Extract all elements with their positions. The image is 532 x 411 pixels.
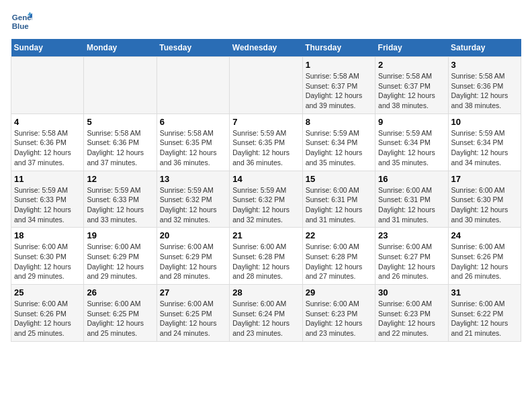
day-number: 29 — [306, 287, 372, 298]
day-info: Sunrise: 5:58 AM Sunset: 6:36 PM Dayligh… — [451, 71, 518, 111]
day-info: Sunrise: 5:59 AM Sunset: 6:34 PM Dayligh… — [378, 128, 445, 168]
day-number: 31 — [451, 287, 518, 298]
day-cell-22: 22Sunrise: 6:00 AM Sunset: 6:28 PM Dayli… — [302, 228, 375, 285]
day-info: Sunrise: 5:58 AM Sunset: 6:37 PM Dayligh… — [378, 71, 445, 111]
day-cell-30: 30Sunrise: 6:00 AM Sunset: 6:23 PM Dayli… — [375, 285, 448, 342]
day-cell-29: 29Sunrise: 6:00 AM Sunset: 6:23 PM Dayli… — [302, 285, 375, 342]
day-info: Sunrise: 6:00 AM Sunset: 6:30 PM Dayligh… — [451, 185, 518, 225]
week-row-2: 4Sunrise: 5:58 AM Sunset: 6:36 PM Daylig… — [11, 113, 521, 171]
weekday-header-saturday: Saturday — [448, 39, 521, 57]
day-number: 1 — [306, 60, 372, 70]
day-number: 24 — [451, 230, 518, 240]
day-number: 20 — [160, 230, 226, 240]
day-info: Sunrise: 6:00 AM Sunset: 6:25 PM Dayligh… — [160, 299, 226, 338]
day-cell-11: 11Sunrise: 5:59 AM Sunset: 6:33 PM Dayli… — [11, 171, 84, 228]
day-cell-6: 6Sunrise: 5:58 AM Sunset: 6:35 PM Daylig… — [157, 113, 229, 171]
empty-cell — [230, 57, 302, 114]
svg-text:Blue: Blue — [12, 22, 30, 30]
day-number: 6 — [160, 117, 226, 127]
day-cell-1: 1Sunrise: 5:58 AM Sunset: 6:37 PM Daylig… — [302, 57, 375, 114]
day-info: Sunrise: 5:58 AM Sunset: 6:37 PM Dayligh… — [306, 71, 372, 111]
day-info: Sunrise: 5:59 AM Sunset: 6:33 PM Dayligh… — [14, 185, 81, 225]
day-cell-15: 15Sunrise: 6:00 AM Sunset: 6:31 PM Dayli… — [302, 171, 375, 228]
week-row-3: 11Sunrise: 5:59 AM Sunset: 6:33 PM Dayli… — [11, 171, 521, 228]
day-info: Sunrise: 6:00 AM Sunset: 6:29 PM Dayligh… — [160, 242, 226, 281]
day-info: Sunrise: 6:00 AM Sunset: 6:28 PM Dayligh… — [306, 242, 372, 281]
day-number: 26 — [87, 287, 153, 298]
empty-cell — [157, 57, 229, 114]
week-row-1: 1Sunrise: 5:58 AM Sunset: 6:37 PM Daylig… — [11, 57, 521, 114]
day-info: Sunrise: 6:00 AM Sunset: 6:23 PM Dayligh… — [378, 299, 445, 338]
day-number: 2 — [378, 60, 445, 70]
calendar-table: SundayMondayTuesdayWednesdayThursdayFrid… — [11, 39, 521, 342]
day-number: 13 — [160, 174, 226, 184]
day-cell-12: 12Sunrise: 5:59 AM Sunset: 6:33 PM Dayli… — [84, 171, 157, 228]
day-number: 17 — [451, 174, 518, 184]
day-cell-23: 23Sunrise: 6:00 AM Sunset: 6:27 PM Dayli… — [375, 228, 448, 285]
day-number: 9 — [378, 117, 445, 127]
day-number: 21 — [232, 230, 299, 240]
day-number: 28 — [232, 287, 299, 298]
day-info: Sunrise: 5:59 AM Sunset: 6:35 PM Dayligh… — [232, 128, 299, 168]
day-info: Sunrise: 6:00 AM Sunset: 6:31 PM Dayligh… — [306, 185, 372, 225]
day-number: 3 — [451, 60, 518, 70]
day-cell-5: 5Sunrise: 5:58 AM Sunset: 6:36 PM Daylig… — [84, 113, 157, 171]
weekday-header-tuesday: Tuesday — [157, 39, 229, 57]
logo-icon: General Blue — [11, 11, 32, 32]
day-cell-10: 10Sunrise: 5:59 AM Sunset: 6:34 PM Dayli… — [448, 113, 521, 171]
day-number: 8 — [306, 117, 372, 127]
weekday-header-sunday: Sunday — [11, 39, 84, 57]
day-info: Sunrise: 5:59 AM Sunset: 6:33 PM Dayligh… — [87, 185, 153, 225]
weekday-header-friday: Friday — [375, 39, 448, 57]
day-cell-24: 24Sunrise: 6:00 AM Sunset: 6:26 PM Dayli… — [448, 228, 521, 285]
day-cell-21: 21Sunrise: 6:00 AM Sunset: 6:28 PM Dayli… — [230, 228, 302, 285]
day-cell-25: 25Sunrise: 6:00 AM Sunset: 6:26 PM Dayli… — [11, 285, 84, 342]
day-number: 19 — [87, 230, 153, 240]
day-info: Sunrise: 5:59 AM Sunset: 6:34 PM Dayligh… — [451, 128, 518, 168]
day-number: 12 — [87, 174, 153, 184]
logo: General Blue — [11, 11, 35, 32]
day-cell-19: 19Sunrise: 6:00 AM Sunset: 6:29 PM Dayli… — [84, 228, 157, 285]
day-number: 14 — [232, 174, 299, 184]
day-number: 25 — [14, 287, 81, 298]
day-cell-28: 28Sunrise: 6:00 AM Sunset: 6:24 PM Dayli… — [230, 285, 302, 342]
day-number: 27 — [160, 287, 226, 298]
day-info: Sunrise: 6:00 AM Sunset: 6:30 PM Dayligh… — [14, 242, 81, 281]
day-number: 5 — [87, 117, 153, 127]
day-info: Sunrise: 5:59 AM Sunset: 6:32 PM Dayligh… — [160, 185, 226, 225]
day-info: Sunrise: 6:00 AM Sunset: 6:26 PM Dayligh… — [14, 299, 81, 338]
day-info: Sunrise: 6:00 AM Sunset: 6:28 PM Dayligh… — [232, 242, 299, 281]
day-info: Sunrise: 6:00 AM Sunset: 6:22 PM Dayligh… — [451, 299, 518, 338]
day-cell-17: 17Sunrise: 6:00 AM Sunset: 6:30 PM Dayli… — [448, 171, 521, 228]
day-info: Sunrise: 6:00 AM Sunset: 6:23 PM Dayligh… — [306, 299, 372, 338]
day-cell-4: 4Sunrise: 5:58 AM Sunset: 6:36 PM Daylig… — [11, 113, 84, 171]
day-number: 23 — [378, 230, 445, 240]
day-info: Sunrise: 5:59 AM Sunset: 6:34 PM Dayligh… — [306, 128, 372, 168]
day-number: 11 — [14, 174, 81, 184]
day-info: Sunrise: 5:58 AM Sunset: 6:36 PM Dayligh… — [87, 128, 153, 168]
day-number: 30 — [378, 287, 445, 298]
weekday-header-monday: Monday — [84, 39, 157, 57]
day-cell-9: 9Sunrise: 5:59 AM Sunset: 6:34 PM Daylig… — [375, 113, 448, 171]
week-row-5: 25Sunrise: 6:00 AM Sunset: 6:26 PM Dayli… — [11, 285, 521, 342]
day-cell-2: 2Sunrise: 5:58 AM Sunset: 6:37 PM Daylig… — [375, 57, 448, 114]
day-number: 16 — [378, 174, 445, 184]
day-info: Sunrise: 5:59 AM Sunset: 6:32 PM Dayligh… — [232, 185, 299, 225]
day-info: Sunrise: 6:00 AM Sunset: 6:29 PM Dayligh… — [87, 242, 153, 281]
day-number: 7 — [232, 117, 299, 127]
day-cell-8: 8Sunrise: 5:59 AM Sunset: 6:34 PM Daylig… — [302, 113, 375, 171]
day-cell-20: 20Sunrise: 6:00 AM Sunset: 6:29 PM Dayli… — [157, 228, 229, 285]
empty-cell — [84, 57, 157, 114]
day-info: Sunrise: 6:00 AM Sunset: 6:31 PM Dayligh… — [378, 185, 445, 225]
day-info: Sunrise: 6:00 AM Sunset: 6:24 PM Dayligh… — [232, 299, 299, 338]
day-cell-27: 27Sunrise: 6:00 AM Sunset: 6:25 PM Dayli… — [157, 285, 229, 342]
weekday-header-thursday: Thursday — [302, 39, 375, 57]
day-number: 18 — [14, 230, 81, 240]
week-row-4: 18Sunrise: 6:00 AM Sunset: 6:30 PM Dayli… — [11, 228, 521, 285]
empty-cell — [11, 57, 84, 114]
day-cell-7: 7Sunrise: 5:59 AM Sunset: 6:35 PM Daylig… — [230, 113, 302, 171]
day-cell-31: 31Sunrise: 6:00 AM Sunset: 6:22 PM Dayli… — [448, 285, 521, 342]
day-cell-16: 16Sunrise: 6:00 AM Sunset: 6:31 PM Dayli… — [375, 171, 448, 228]
weekday-header-row: SundayMondayTuesdayWednesdayThursdayFrid… — [11, 39, 521, 57]
day-info: Sunrise: 5:58 AM Sunset: 6:36 PM Dayligh… — [14, 128, 81, 168]
